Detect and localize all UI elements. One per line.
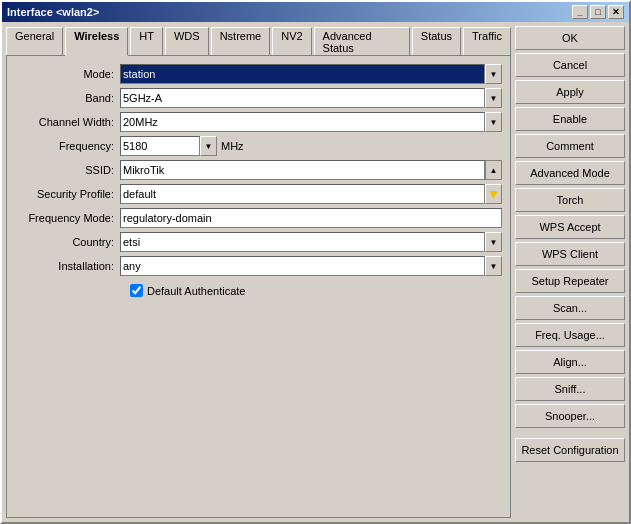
band-dropdown-btn[interactable]: ▼ [485, 88, 502, 108]
frequency-unit: MHz [221, 140, 244, 152]
installation-row: Installation: ▼ [15, 256, 502, 276]
security-profile-dropdown-btn[interactable]: ▼ [485, 184, 502, 204]
tab-ht[interactable]: HT [130, 27, 163, 56]
mode-dropdown-wrapper: ▼ [120, 64, 502, 84]
channel-width-input[interactable] [120, 112, 485, 132]
tab-traffic[interactable]: Traffic [463, 27, 511, 56]
security-profile-input[interactable] [120, 184, 485, 204]
installation-dropdown-wrapper: ▼ [120, 256, 502, 276]
mode-label: Mode: [15, 68, 120, 80]
band-control: ▼ [120, 88, 502, 108]
channel-width-dropdown-btn[interactable]: ▼ [485, 112, 502, 132]
ssid-label: SSID: [15, 164, 120, 176]
mode-control: ▼ [120, 64, 502, 84]
channel-width-label: Channel Width: [15, 116, 120, 128]
tab-general[interactable]: General [6, 27, 63, 56]
torch-button[interactable]: Torch [515, 188, 625, 212]
wps-accept-button[interactable]: WPS Accept [515, 215, 625, 239]
wps-client-button[interactable]: WPS Client [515, 242, 625, 266]
frequency-mode-input[interactable] [120, 208, 502, 228]
mode-row: Mode: ▼ [15, 64, 502, 84]
country-control: ▼ [120, 232, 502, 252]
ok-button[interactable]: OK [515, 26, 625, 50]
close-button[interactable]: ✕ [608, 5, 624, 19]
installation-label: Installation: [15, 260, 120, 272]
main-window: Interface <wlan2> _ □ ✕ General Wireless… [0, 0, 631, 524]
channel-width-row: Channel Width: ▼ [15, 112, 502, 132]
mode-dropdown-btn[interactable]: ▼ [485, 64, 502, 84]
country-label: Country: [15, 236, 120, 248]
frequency-dropdown-btn[interactable]: ▼ [200, 136, 217, 156]
cancel-button[interactable]: Cancel [515, 53, 625, 77]
frequency-label: Frequency: [15, 140, 120, 152]
ssid-scroll-btn[interactable]: ▲ [485, 160, 502, 180]
snooper-button[interactable]: Snooper... [515, 404, 625, 428]
channel-width-control: ▼ [120, 112, 502, 132]
frequency-control: ▼ MHz [120, 136, 502, 156]
sniff-button[interactable]: Sniff... [515, 377, 625, 401]
scan-button[interactable]: Scan... [515, 296, 625, 320]
band-label: Band: [15, 92, 120, 104]
country-dropdown-wrapper: ▼ [120, 232, 502, 252]
default-authenticate-row: Default Authenticate [130, 284, 502, 297]
frequency-mode-row: Frequency Mode: [15, 208, 502, 228]
tab-wireless[interactable]: Wireless [65, 27, 128, 56]
frequency-row: Frequency: ▼ MHz [15, 136, 502, 156]
default-authenticate-checkbox[interactable] [130, 284, 143, 297]
frequency-mode-label: Frequency Mode: [15, 212, 120, 224]
title-bar: Interface <wlan2> _ □ ✕ [2, 2, 629, 22]
band-input[interactable] [120, 88, 485, 108]
tab-status[interactable]: Status [412, 27, 461, 56]
content-area: General Wireless HT WDS Nstreme NV2 Adva… [2, 22, 629, 522]
ssid-input-wrapper: ▲ [120, 160, 502, 180]
frequency-input[interactable] [120, 136, 200, 156]
apply-button[interactable]: Apply [515, 80, 625, 104]
maximize-button[interactable]: □ [590, 5, 606, 19]
default-authenticate-label: Default Authenticate [147, 285, 245, 297]
minimize-button[interactable]: _ [572, 5, 588, 19]
reset-configuration-button[interactable]: Reset Configuration [515, 438, 625, 462]
ssid-input[interactable] [120, 160, 485, 180]
frequency-mode-control [120, 208, 502, 228]
setup-repeater-button[interactable]: Setup Repeater [515, 269, 625, 293]
freq-usage-button[interactable]: Freq. Usage... [515, 323, 625, 347]
enable-button[interactable]: Enable [515, 107, 625, 131]
comment-button[interactable]: Comment [515, 134, 625, 158]
channel-width-dropdown-wrapper: ▼ [120, 112, 502, 132]
right-panel: OK Cancel Apply Enable Comment Advanced … [515, 26, 625, 518]
band-row: Band: ▼ [15, 88, 502, 108]
security-profile-control: ▼ [120, 184, 502, 204]
installation-input[interactable] [120, 256, 485, 276]
country-dropdown-btn[interactable]: ▼ [485, 232, 502, 252]
tab-advanced-status[interactable]: Advanced Status [314, 27, 410, 56]
title-bar-buttons: _ □ ✕ [572, 5, 624, 19]
installation-control: ▼ [120, 256, 502, 276]
align-button[interactable]: Align... [515, 350, 625, 374]
tab-content-wireless: Mode: ▼ Band: ▼ [6, 55, 511, 518]
country-input[interactable] [120, 232, 485, 252]
ssid-control: ▲ [120, 160, 502, 180]
mode-input[interactable] [120, 64, 485, 84]
window-title: Interface <wlan2> [7, 6, 99, 18]
country-row: Country: ▼ [15, 232, 502, 252]
tab-wds[interactable]: WDS [165, 27, 209, 56]
main-panel: General Wireless HT WDS Nstreme NV2 Adva… [6, 26, 511, 518]
advanced-mode-button[interactable]: Advanced Mode [515, 161, 625, 185]
security-profile-dropdown-wrapper: ▼ [120, 184, 502, 204]
band-dropdown-wrapper: ▼ [120, 88, 502, 108]
separator [515, 431, 625, 435]
tab-nv2[interactable]: NV2 [272, 27, 311, 56]
security-profile-row: Security Profile: ▼ [15, 184, 502, 204]
installation-dropdown-btn[interactable]: ▼ [485, 256, 502, 276]
security-profile-label: Security Profile: [15, 188, 120, 200]
tab-bar: General Wireless HT WDS Nstreme NV2 Adva… [6, 26, 511, 55]
ssid-row: SSID: ▲ [15, 160, 502, 180]
tab-nstreme[interactable]: Nstreme [211, 27, 271, 56]
frequency-input-group: ▼ MHz [120, 136, 244, 156]
